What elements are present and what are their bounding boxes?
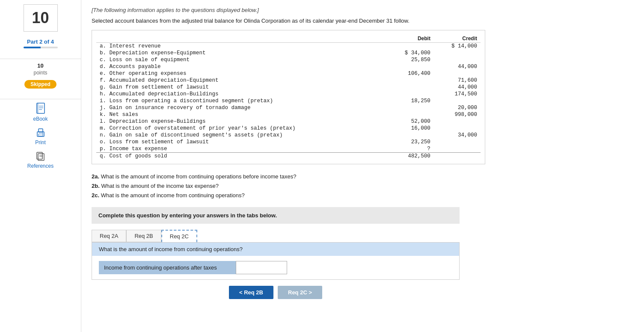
part-progress-fill: [24, 47, 41, 48]
references-label: References: [27, 163, 53, 169]
table-cell-label: k. Net sales: [96, 111, 387, 118]
table-cell-credit: [434, 56, 481, 63]
table-row: f. Accumulated depreciation–Equipment71,…: [96, 77, 481, 84]
intro-text: Selected account balances from the adjus…: [92, 18, 634, 24]
questions-section: 2a. What is the amount of income from co…: [92, 172, 634, 200]
table-cell-debit: [387, 91, 434, 98]
main-content: [The following information applies to th…: [81, 0, 644, 332]
table-row: h. Accumulated depreciation–Buildings174…: [96, 91, 481, 98]
table-row: p. Income tax expense?: [96, 145, 481, 153]
table-row: l. Depreciation expense–Buildings52,000: [96, 118, 481, 125]
table-cell-debit: 106,400: [387, 70, 434, 77]
ebook-label: eBook: [33, 116, 47, 122]
table-cell-debit: 23,250: [387, 139, 434, 145]
table-cell-debit: $ 34,000: [387, 50, 434, 56]
next-button[interactable]: Req 2C >: [278, 286, 322, 299]
table-row: d. Accounts payable44,000: [96, 63, 481, 70]
table-cell-credit: [434, 98, 481, 104]
answer-row-wrapper: Income from continuing operations after …: [99, 261, 287, 274]
table-cell-credit: [434, 50, 481, 56]
table-cell-credit: 71,600: [434, 77, 481, 84]
table-cell-label: e. Other operating expenses: [96, 70, 387, 77]
table-cell-label: f. Accumulated depreciation–Equipment: [96, 77, 387, 84]
ebook-button[interactable]: eBook: [33, 103, 47, 122]
table-cell-label: n. Gain on sale of discontinued segment'…: [96, 132, 387, 139]
table-cell-credit: 20,000: [434, 104, 481, 111]
question-number: 10: [24, 4, 58, 32]
table-cell-label: b. Depreciation expense–Equipment: [96, 50, 387, 56]
table-row: n. Gain on sale of discontinued segment'…: [96, 132, 481, 139]
table-cell-debit: [387, 132, 434, 139]
table-cell-label: j. Gain on insurance recovery of tornado…: [96, 104, 387, 111]
table-cell-label: o. Loss from settlement of lawsuit: [96, 139, 387, 145]
table-cell-debit: 482,500: [387, 153, 434, 160]
table-cell-credit: [434, 70, 481, 77]
table-cell-label: h. Accumulated depreciation–Buildings: [96, 91, 387, 98]
references-button[interactable]: References: [27, 151, 53, 169]
answer-row: Income from continuing operations after …: [92, 256, 459, 279]
answer-input[interactable]: [236, 261, 287, 274]
ebook-icon: [36, 103, 45, 115]
table-row: m. Correction of overstatement of prior …: [96, 125, 481, 132]
tab-req2c[interactable]: Req 2C: [161, 230, 197, 242]
table-cell-debit: 16,000: [387, 125, 434, 132]
tab-content: What is the amount of income from contin…: [92, 242, 460, 280]
table-row: k. Net sales998,000: [96, 111, 481, 118]
table-cell-credit: 998,000: [434, 111, 481, 118]
tabs-row: Req 2A Req 2B Req 2C: [92, 230, 460, 242]
table-row: j. Gain on insurance recovery of tornado…: [96, 104, 481, 111]
svg-rect-7: [39, 134, 43, 136]
question-2c: 2c. What is the amount of income from co…: [92, 191, 634, 200]
prev-button[interactable]: < Req 2B: [229, 286, 273, 299]
table-cell-debit: [387, 111, 434, 118]
balance-table: Debit Credit a. Interest revenue$ 14,000…: [96, 35, 481, 160]
part-label: Part 2 of 4: [27, 39, 54, 45]
table-cell-credit: [434, 139, 481, 145]
tab-req2b[interactable]: Req 2B: [126, 230, 161, 242]
tab-question-bar: What is the amount of income from contin…: [92, 243, 459, 256]
print-label: Print: [35, 139, 46, 145]
table-row: q. Cost of goods sold482,500: [96, 153, 481, 160]
table-cell-debit: [387, 84, 434, 91]
points-value: 10: [37, 62, 43, 69]
table-cell-credit: [434, 153, 481, 160]
print-button[interactable]: Print: [35, 128, 46, 145]
table-cell-label: a. Interest revenue: [96, 43, 387, 50]
table-cell-label: m. Correction of overstatement of prior …: [96, 125, 387, 132]
table-cell-debit: [387, 104, 434, 111]
table-row: e. Other operating expenses106,400: [96, 70, 481, 77]
sidebar-divider-2: [0, 99, 81, 99]
table-row: o. Loss from settlement of lawsuit23,250: [96, 139, 481, 145]
table-row: c. Loss on sale of equipment25,850: [96, 56, 481, 63]
complete-box: Complete this question by entering your …: [92, 207, 460, 224]
table-cell-label: c. Loss on sale of equipment: [96, 56, 387, 63]
table-row: i. Loss from operating a discontinued se…: [96, 98, 481, 104]
table-cell-credit: 34,000: [434, 132, 481, 139]
sidebar: 10 Part 2 of 4 10 points Skipped eBook: [0, 0, 81, 332]
table-cell-debit: [387, 43, 434, 50]
table-cell-debit: 25,850: [387, 56, 434, 63]
print-icon: [36, 128, 46, 138]
table-cell-label: p. Income tax expense: [96, 145, 387, 153]
tab-req2a[interactable]: Req 2A: [92, 230, 126, 242]
table-row: g. Gain from settlement of lawsuit44,000: [96, 84, 481, 91]
table-cell-credit: 44,000: [434, 84, 481, 91]
table-cell-debit: 18,250: [387, 98, 434, 104]
table-cell-label: d. Accounts payable: [96, 63, 387, 70]
table-header-debit: Debit: [387, 35, 434, 43]
nav-buttons: < Req 2B Req 2C >: [92, 286, 460, 299]
part-progress: [24, 47, 58, 48]
table-cell-label: i. Loss from operating a discontinued se…: [96, 98, 387, 104]
intro-italic: [The following information applies to th…: [92, 7, 634, 13]
table-cell-credit: [434, 145, 481, 153]
table-cell-credit: [434, 118, 481, 125]
balance-table-wrapper: Debit Credit a. Interest revenue$ 14,000…: [92, 30, 485, 164]
next-button-label: Req 2C >: [288, 289, 312, 296]
references-icon: [36, 151, 46, 162]
sidebar-divider: [0, 59, 81, 59]
question-2a: 2a. What is the amount of income from co…: [92, 172, 634, 181]
table-cell-credit: [434, 125, 481, 132]
question-2b: 2b. What is the amount of the income tax…: [92, 181, 634, 191]
table-cell-debit: [387, 77, 434, 84]
svg-point-8: [42, 133, 43, 133]
